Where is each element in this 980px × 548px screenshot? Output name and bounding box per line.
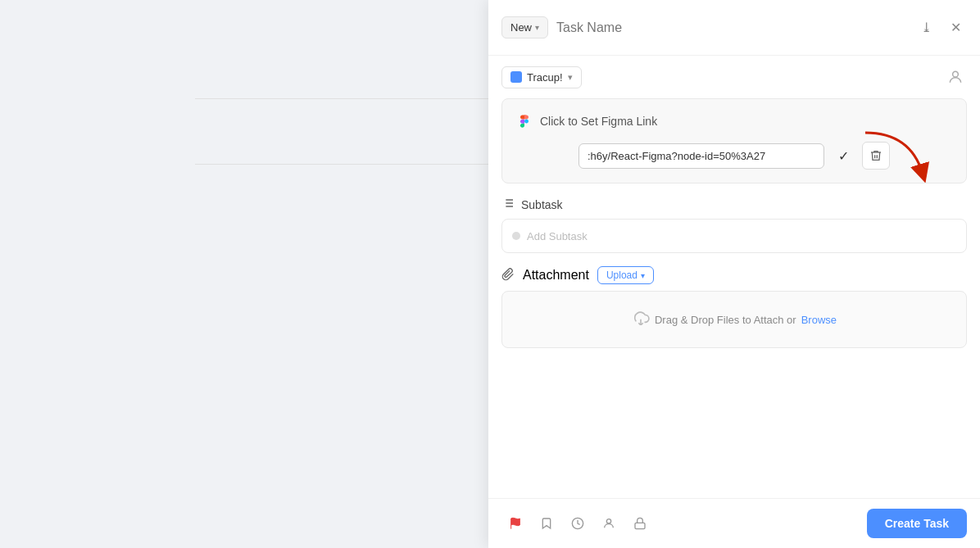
subtask-header: Subtask [501,197,967,212]
project-selector[interactable]: Tracup! ▾ [501,66,582,88]
subtask-section: Subtask Add Subtask [501,197,967,266]
subtask-icon [501,197,515,212]
status-badge[interactable]: New ▾ [501,16,548,38]
cloud-upload-icon [632,310,650,329]
expand-icon: ⤓ [921,20,932,35]
figma-label: Click to Set Figma Link [540,115,657,128]
panel-content: Tracup! ▾ [488,56,980,498]
drop-text: Drag & Drop Files to Attach or [655,314,796,326]
add-subtask-placeholder: Add Subtask [527,230,588,242]
upload-button[interactable]: Upload ▾ [597,266,654,284]
browse-link[interactable]: Browse [801,314,837,326]
status-label: New [510,21,532,34]
project-chevron: ▾ [568,72,573,83]
flag-button[interactable] [501,510,529,537]
task-name-input[interactable] [556,20,906,35]
project-dot [510,71,522,83]
figma-section: Click to Set Figma Link ✓ [501,98,967,183]
assign-user-button[interactable] [944,66,967,88]
panel-footer: Create Task [488,498,980,548]
left-panel [0,0,488,548]
panel-header: New ▾ ⤓ ✕ [488,0,980,56]
flag-icon [509,517,522,530]
status-chevron: ▾ [535,23,539,32]
user-footer-icon [602,517,615,530]
divider-line-2 [195,164,488,165]
project-name: Tracup! [527,71,563,84]
project-row: Tracup! ▾ [501,66,967,88]
subtask-label: Subtask [521,198,563,211]
task-panel: New ▾ ⤓ ✕ Tracup! ▾ [488,0,980,548]
subtask-area[interactable]: Add Subtask [501,219,967,253]
expand-button[interactable]: ⤓ [914,16,937,39]
svg-point-3 [606,519,610,523]
clock-icon [571,517,584,530]
attachment-label: Attachment [523,268,589,283]
svg-rect-4 [635,523,645,528]
header-icons: ⤓ ✕ [914,16,967,39]
attachment-header: Attachment Upload ▾ [501,266,967,284]
upload-chevron: ▾ [641,271,645,280]
subtask-dot [512,232,520,240]
figma-confirm-button[interactable]: ✓ [829,142,857,170]
svg-point-0 [953,71,959,77]
clock-button[interactable] [564,510,592,537]
figma-delete-button[interactable] [862,142,890,170]
user-footer-button[interactable] [595,510,623,537]
attachment-section: Attachment Upload ▾ Drag & Drop Files to… [501,266,967,348]
bookmark-icon [540,517,553,530]
close-button[interactable]: ✕ [944,16,967,39]
drop-zone[interactable]: Drag & Drop Files to Attach or Browse [501,291,967,348]
bookmark-button[interactable] [533,510,560,537]
figma-logo-icon [515,112,533,130]
check-icon: ✓ [838,148,849,164]
figma-header: Click to Set Figma Link [515,112,953,130]
lock-button[interactable] [626,510,654,537]
trash-icon [869,149,882,162]
figma-url-input[interactable] [578,143,824,169]
upload-label: Upload [606,269,637,281]
figma-input-row: ✓ [515,142,953,170]
divider-line-1 [195,98,488,99]
lock-icon [633,517,647,530]
close-icon: ✕ [951,20,961,35]
attachment-icon [501,268,515,283]
create-task-button[interactable]: Create Task [867,509,967,538]
